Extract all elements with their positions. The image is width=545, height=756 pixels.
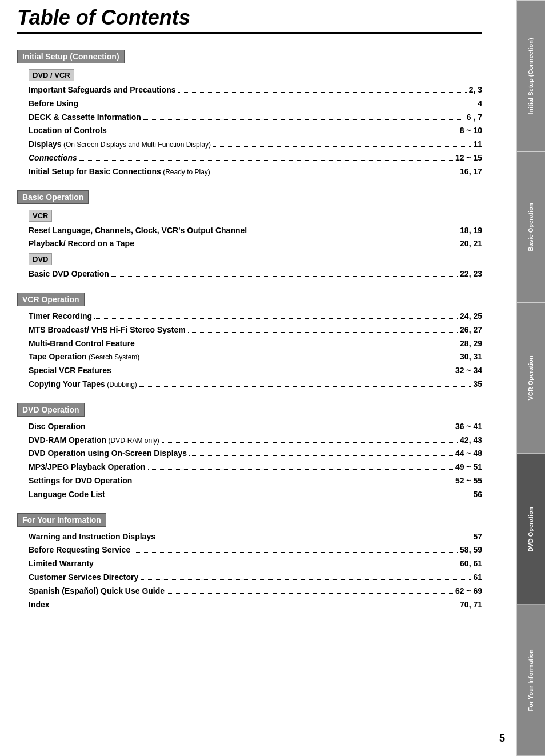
table-row: Initial Setup for Basic Connections (Rea… — [29, 165, 482, 179]
entry-text-extra: (DVD-RAM only) — [106, 435, 159, 446]
basic-operation-entries: VCR Reset Language, Channels, Clock, VCR… — [29, 207, 482, 281]
page-num: 52 ~ 55 — [455, 474, 482, 488]
entry-text: Timer Recording — [29, 310, 92, 323]
vcr-operation-entries: Timer Recording 24, 25 MTS Broadcast/ VH… — [29, 310, 482, 391]
section-initial-setup: Initial Setup (Connection) DVD / VCR Imp… — [17, 44, 482, 179]
entry-text: Tape Operation — [29, 350, 87, 364]
dots — [52, 607, 458, 607]
dvd-vcr-entries: Important Safeguards and Precautions 2, … — [29, 83, 482, 179]
page-num: 26, 27 — [460, 323, 482, 337]
sidebar-tabs: Initial Setup (Connection) Basic Operati… — [516, 0, 545, 756]
entry-text: Settings for DVD Operation — [29, 474, 132, 488]
dots — [88, 429, 453, 429]
dots — [178, 92, 467, 93]
section-header-vcr-operation: VCR Operation — [17, 293, 85, 306]
page-num: 4 — [478, 97, 482, 111]
tab-initial-setup[interactable]: Initial Setup (Connection) — [517, 0, 545, 151]
page-num: 20, 21 — [460, 237, 482, 251]
entry-text: Disc Operation — [29, 420, 86, 434]
dots — [167, 593, 453, 594]
entry-text-extra: (Ready to Play) — [161, 166, 210, 178]
dots — [158, 539, 471, 539]
entry-text: Before Requesting Service — [29, 543, 130, 557]
tab-basic-operation[interactable]: Basic Operation — [517, 151, 545, 303]
dots — [249, 233, 458, 233]
table-row: Copying Your Tapes (Dubbing) 35 — [29, 378, 482, 391]
entry-text: Copying Your Tapes — [29, 378, 105, 391]
entry-text: Language Code List — [29, 488, 105, 502]
page-num: 42, 43 — [460, 434, 482, 447]
page-num: 57 — [473, 530, 482, 544]
dvd-vcr-label: DVD / VCR — [29, 69, 74, 81]
entry-text: Important Safeguards and Precautions — [29, 83, 176, 97]
table-row: DECK & Cassette Information 6 , 7 — [29, 111, 482, 125]
page-num: 8 ~ 10 — [460, 124, 482, 138]
page-num: 35 — [473, 378, 482, 391]
entry-text: Limited Warranty — [29, 557, 94, 571]
table-row: Warning and Instruction Displays 57 — [29, 530, 482, 544]
dots — [107, 497, 471, 497]
entry-text: Index — [29, 598, 50, 612]
table-row: Multi-Brand Control Feature 28, 29 — [29, 337, 482, 351]
entry-text-extra: (On Screen Displays and Multi Function D… — [62, 139, 211, 150]
page-num: 24, 25 — [460, 310, 482, 323]
dots — [213, 174, 458, 174]
table-row: Limited Warranty 60, 61 — [29, 557, 482, 571]
dots — [148, 469, 453, 470]
dots — [137, 346, 458, 346]
table-row: Playback/ Record on a Tape 20, 21 — [29, 237, 482, 251]
entry-text: Multi-Brand Control Feature — [29, 337, 135, 351]
page-num: 11 — [473, 138, 482, 151]
table-row: Basic DVD Operation 22, 23 — [29, 267, 482, 281]
dots — [142, 359, 458, 359]
vcr-label: VCR — [29, 210, 52, 222]
dots — [188, 332, 458, 333]
page-wrapper: Table of Contents Initial Setup (Connect… — [0, 0, 545, 756]
table-row: Disc Operation 36 ~ 41 — [29, 420, 482, 434]
entry-text: Spanish (Español) Quick Use Guide — [29, 585, 165, 598]
table-row: Before Requesting Service 58, 59 — [29, 543, 482, 557]
dots — [79, 160, 453, 161]
table-row: Special VCR Features 32 ~ 34 — [29, 364, 482, 378]
page-num: 62 ~ 69 — [455, 585, 482, 598]
dots — [114, 373, 453, 373]
entry-text: Connections — [29, 151, 77, 165]
table-row: Displays (On Screen Displays and Multi F… — [29, 138, 482, 151]
page-num: 16, 17 — [460, 165, 482, 179]
table-row: Customer Services Directory 61 — [29, 571, 482, 585]
tab-dvd-operation[interactable]: DVD Operation — [517, 454, 545, 605]
dvd-basic-entries: Basic DVD Operation 22, 23 — [29, 267, 482, 281]
table-row: DVD Operation using On-Screen Displays 4… — [29, 447, 482, 461]
entry-text: DECK & Cassette Information — [29, 111, 141, 125]
entry-text: Customer Services Directory — [29, 571, 138, 585]
table-row: Location of Controls 8 ~ 10 — [29, 124, 482, 138]
table-row: MTS Broadcast/ VHS Hi-Fi Stereo System 2… — [29, 323, 482, 337]
entry-text: Basic DVD Operation — [29, 267, 109, 281]
page-number: 5 — [499, 733, 505, 745]
tab-vcr-operation[interactable]: VCR Operation — [517, 302, 545, 454]
dots — [109, 133, 458, 133]
dots — [94, 318, 458, 319]
entry-text: MP3/JPEG Playback Operation — [29, 461, 146, 474]
page-num: 56 — [473, 488, 482, 502]
table-row: Reset Language, Channels, Clock, VCR's O… — [29, 224, 482, 238]
table-row: Language Code List 56 — [29, 488, 482, 502]
table-row: Timer Recording 24, 25 — [29, 310, 482, 323]
dots — [134, 483, 453, 483]
table-row: Settings for DVD Operation 52 ~ 55 — [29, 474, 482, 488]
vcr-entries: Reset Language, Channels, Clock, VCR's O… — [29, 224, 482, 251]
dots — [162, 442, 458, 443]
tab-for-your-info[interactable]: For Your Information — [517, 605, 545, 756]
page-num: 61 — [473, 571, 482, 585]
section-dvd-operation: DVD Operation Disc Operation 36 ~ 41 DVD… — [17, 397, 482, 502]
entry-text: Displays — [29, 138, 62, 151]
page-num: 49 ~ 51 — [455, 461, 482, 474]
dots — [143, 119, 464, 120]
section-basic-operation: Basic Operation VCR Reset Language, Chan… — [17, 185, 482, 281]
for-your-info-entries: Warning and Instruction Displays 57 Befo… — [29, 530, 482, 612]
page-title: Table of Contents — [17, 6, 482, 34]
entry-text: Warning and Instruction Displays — [29, 530, 155, 544]
dots — [141, 579, 471, 580]
dots — [139, 386, 471, 387]
entry-text: Special VCR Features — [29, 364, 111, 378]
